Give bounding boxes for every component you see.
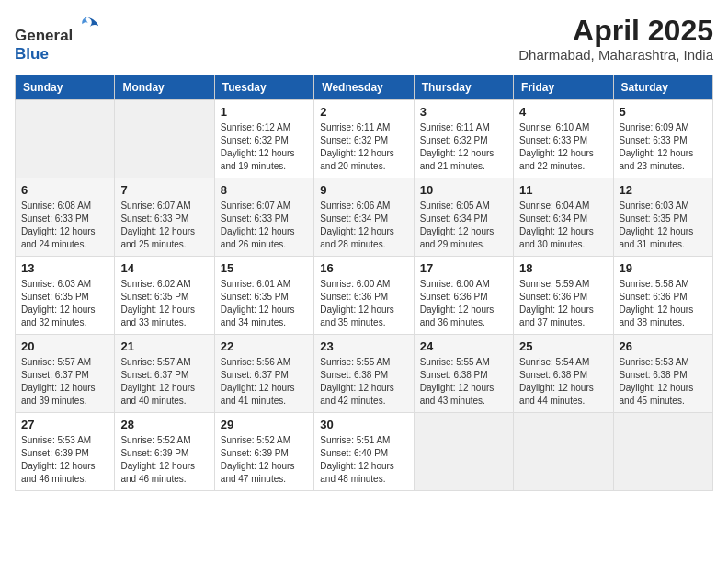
calendar-cell: 14Sunrise: 6:02 AMSunset: 6:35 PMDayligh… xyxy=(115,257,214,335)
day-number: 28 xyxy=(120,418,208,431)
day-number: 3 xyxy=(420,105,507,119)
title-block: April 2025 Dharmabad, Maharashtra, India xyxy=(518,15,713,63)
calendar-cell: 18Sunrise: 5:59 AMSunset: 6:36 PMDayligh… xyxy=(514,257,613,335)
day-info: Sunrise: 6:12 AMSunset: 6:32 PMDaylight:… xyxy=(221,121,308,173)
header-monday: Monday xyxy=(115,75,214,100)
day-info: Sunrise: 5:52 AMSunset: 6:39 PMDaylight:… xyxy=(120,434,208,486)
day-info: Sunrise: 6:11 AMSunset: 6:32 PMDaylight:… xyxy=(420,121,507,173)
day-number: 15 xyxy=(221,261,308,275)
month-year-title: April 2025 xyxy=(518,15,713,47)
day-info: Sunrise: 6:03 AMSunset: 6:35 PMDaylight:… xyxy=(21,278,108,329)
day-number: 27 xyxy=(21,418,108,431)
day-info: Sunrise: 6:07 AMSunset: 6:33 PMDaylight:… xyxy=(120,200,208,251)
calendar-cell: 22Sunrise: 5:56 AMSunset: 6:37 PMDayligh… xyxy=(214,335,313,413)
day-number: 29 xyxy=(221,418,308,431)
day-info: Sunrise: 6:10 AMSunset: 6:33 PMDaylight:… xyxy=(519,121,607,173)
calendar-cell: 1Sunrise: 6:12 AMSunset: 6:32 PMDaylight… xyxy=(214,100,313,178)
day-number: 30 xyxy=(320,418,407,431)
logo: General Blue xyxy=(15,15,100,63)
logo-general: General xyxy=(15,27,73,44)
day-info: Sunrise: 6:06 AMSunset: 6:34 PMDaylight:… xyxy=(320,200,407,251)
calendar-cell: 10Sunrise: 6:05 AMSunset: 6:34 PMDayligh… xyxy=(414,178,513,257)
header-wednesday: Wednesday xyxy=(314,75,414,100)
day-info: Sunrise: 6:05 AMSunset: 6:34 PMDaylight:… xyxy=(420,200,507,251)
day-number: 1 xyxy=(221,105,308,119)
header-thursday: Thursday xyxy=(414,75,513,100)
calendar-cell xyxy=(414,413,513,491)
day-info: Sunrise: 5:55 AMSunset: 6:38 PMDaylight:… xyxy=(320,356,407,408)
day-info: Sunrise: 6:11 AMSunset: 6:32 PMDaylight:… xyxy=(320,121,407,173)
calendar-cell: 8Sunrise: 6:07 AMSunset: 6:33 PMDaylight… xyxy=(214,178,313,257)
day-number: 10 xyxy=(420,183,507,197)
calendar-cell: 21Sunrise: 5:57 AMSunset: 6:37 PMDayligh… xyxy=(115,335,214,413)
day-number: 23 xyxy=(320,339,407,353)
day-info: Sunrise: 6:04 AMSunset: 6:34 PMDaylight:… xyxy=(519,200,607,251)
day-info: Sunrise: 6:00 AMSunset: 6:36 PMDaylight:… xyxy=(320,278,407,329)
header-tuesday: Tuesday xyxy=(214,75,313,100)
calendar-cell: 26Sunrise: 5:53 AMSunset: 6:38 PMDayligh… xyxy=(613,335,712,413)
calendar-cell: 4Sunrise: 6:10 AMSunset: 6:33 PMDaylight… xyxy=(514,100,613,178)
day-number: 14 xyxy=(120,261,208,275)
calendar-week-row: 27Sunrise: 5:53 AMSunset: 6:39 PMDayligh… xyxy=(16,413,713,491)
day-info: Sunrise: 6:03 AMSunset: 6:35 PMDaylight:… xyxy=(620,200,707,251)
calendar-week-row: 6Sunrise: 6:08 AMSunset: 6:33 PMDaylight… xyxy=(16,178,713,257)
day-info: Sunrise: 5:54 AMSunset: 6:38 PMDaylight:… xyxy=(519,356,607,408)
page-header: General Blue April 2025 Dharmabad, Mahar… xyxy=(15,15,713,63)
calendar-header-row: SundayMondayTuesdayWednesdayThursdayFrid… xyxy=(16,75,713,100)
day-info: Sunrise: 6:02 AMSunset: 6:35 PMDaylight:… xyxy=(120,278,208,329)
calendar-cell: 19Sunrise: 5:58 AMSunset: 6:36 PMDayligh… xyxy=(613,257,712,335)
calendar-cell: 29Sunrise: 5:52 AMSunset: 6:39 PMDayligh… xyxy=(214,413,313,491)
header-friday: Friday xyxy=(514,75,613,100)
day-number: 17 xyxy=(420,261,507,275)
calendar-week-row: 20Sunrise: 5:57 AMSunset: 6:37 PMDayligh… xyxy=(16,335,713,413)
day-info: Sunrise: 6:09 AMSunset: 6:33 PMDaylight:… xyxy=(620,121,707,173)
day-info: Sunrise: 5:58 AMSunset: 6:36 PMDaylight:… xyxy=(620,278,707,329)
calendar-cell: 6Sunrise: 6:08 AMSunset: 6:33 PMDaylight… xyxy=(16,178,115,257)
day-number: 26 xyxy=(620,339,707,353)
header-sunday: Sunday xyxy=(16,75,115,100)
day-number: 13 xyxy=(21,261,108,275)
day-info: Sunrise: 5:51 AMSunset: 6:40 PMDaylight:… xyxy=(320,434,407,486)
day-info: Sunrise: 6:00 AMSunset: 6:36 PMDaylight:… xyxy=(420,278,507,329)
day-number: 8 xyxy=(221,183,308,197)
calendar-cell: 2Sunrise: 6:11 AMSunset: 6:32 PMDaylight… xyxy=(314,100,414,178)
day-number: 16 xyxy=(320,261,407,275)
calendar-week-row: 13Sunrise: 6:03 AMSunset: 6:35 PMDayligh… xyxy=(16,257,713,335)
day-number: 20 xyxy=(21,339,108,353)
day-info: Sunrise: 5:57 AMSunset: 6:37 PMDaylight:… xyxy=(120,356,208,408)
day-number: 2 xyxy=(320,105,407,119)
calendar-cell: 28Sunrise: 5:52 AMSunset: 6:39 PMDayligh… xyxy=(115,413,214,491)
logo-blue: Blue xyxy=(15,45,49,63)
logo-bird-icon xyxy=(74,15,100,40)
day-info: Sunrise: 5:59 AMSunset: 6:36 PMDaylight:… xyxy=(519,278,607,329)
calendar-cell: 7Sunrise: 6:07 AMSunset: 6:33 PMDaylight… xyxy=(115,178,214,257)
day-info: Sunrise: 5:57 AMSunset: 6:37 PMDaylight:… xyxy=(21,356,108,408)
day-number: 24 xyxy=(420,339,507,353)
calendar-cell: 16Sunrise: 6:00 AMSunset: 6:36 PMDayligh… xyxy=(314,257,414,335)
day-info: Sunrise: 6:07 AMSunset: 6:33 PMDaylight:… xyxy=(221,200,308,251)
day-number: 5 xyxy=(620,105,707,119)
calendar-cell: 11Sunrise: 6:04 AMSunset: 6:34 PMDayligh… xyxy=(514,178,613,257)
calendar-cell xyxy=(613,413,712,491)
calendar-cell: 3Sunrise: 6:11 AMSunset: 6:32 PMDaylight… xyxy=(414,100,513,178)
calendar-cell: 30Sunrise: 5:51 AMSunset: 6:40 PMDayligh… xyxy=(314,413,414,491)
calendar-cell: 15Sunrise: 6:01 AMSunset: 6:35 PMDayligh… xyxy=(214,257,313,335)
calendar-cell: 5Sunrise: 6:09 AMSunset: 6:33 PMDaylight… xyxy=(613,100,712,178)
day-number: 4 xyxy=(519,105,607,119)
calendar-cell xyxy=(16,100,115,178)
day-number: 7 xyxy=(120,183,208,197)
calendar-week-row: 1Sunrise: 6:12 AMSunset: 6:32 PMDaylight… xyxy=(16,100,713,178)
day-number: 19 xyxy=(620,261,707,275)
calendar-cell: 12Sunrise: 6:03 AMSunset: 6:35 PMDayligh… xyxy=(613,178,712,257)
day-number: 9 xyxy=(320,183,407,197)
day-info: Sunrise: 6:08 AMSunset: 6:33 PMDaylight:… xyxy=(21,200,108,251)
calendar-cell: 20Sunrise: 5:57 AMSunset: 6:37 PMDayligh… xyxy=(16,335,115,413)
calendar-cell: 13Sunrise: 6:03 AMSunset: 6:35 PMDayligh… xyxy=(16,257,115,335)
location-subtitle: Dharmabad, Maharashtra, India xyxy=(518,47,713,63)
calendar-cell: 9Sunrise: 6:06 AMSunset: 6:34 PMDaylight… xyxy=(314,178,414,257)
calendar-cell: 27Sunrise: 5:53 AMSunset: 6:39 PMDayligh… xyxy=(16,413,115,491)
calendar-table: SundayMondayTuesdayWednesdayThursdayFrid… xyxy=(15,75,713,491)
day-number: 18 xyxy=(519,261,607,275)
day-info: Sunrise: 5:56 AMSunset: 6:37 PMDaylight:… xyxy=(221,356,308,408)
day-info: Sunrise: 5:52 AMSunset: 6:39 PMDaylight:… xyxy=(221,434,308,486)
